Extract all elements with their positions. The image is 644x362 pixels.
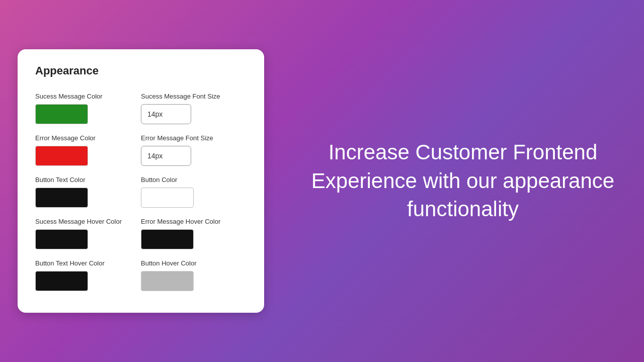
setting-group-success-font: Sucess Message Font Size: [141, 88, 247, 128]
setting-group-button-color: Button Color: [141, 172, 247, 212]
error-hover-label: Error Message Hover Color: [141, 218, 247, 225]
setting-group-button-text-hover: Button Text Hover Color: [35, 255, 141, 295]
error-font-label: Error Message Font Size: [141, 134, 247, 142]
error-hover-swatch[interactable]: [141, 229, 194, 249]
setting-group-error-hover: Error Message Hover Color: [141, 214, 247, 253]
setting-group-button-text-color: Button Text Color: [35, 172, 141, 212]
success-hover-swatch[interactable]: [35, 229, 88, 249]
setting-group-error-color: Error Message Color: [35, 130, 141, 170]
success-font-size-input[interactable]: [141, 104, 191, 124]
button-text-hover-swatch[interactable]: [35, 271, 88, 291]
error-color-swatch[interactable]: [35, 146, 88, 166]
button-hover-swatch[interactable]: [141, 271, 194, 291]
success-color-label: Sucess Message Color: [35, 93, 141, 100]
button-color-label: Button Color: [141, 176, 247, 184]
settings-grid: Sucess Message Color Sucess Message Font…: [35, 88, 247, 295]
card-title: Appearance: [35, 64, 247, 77]
promo-text: Increase Customer Frontend Experience wi…: [311, 138, 614, 224]
left-panel: Appearance Sucess Message Color Sucess M…: [0, 0, 282, 362]
error-font-size-input[interactable]: [141, 146, 191, 166]
setting-group-error-font: Error Message Font Size: [141, 130, 247, 170]
setting-group-button-hover: Button Hover Color: [141, 255, 247, 295]
promo-line1: Increase Customer Frontend: [329, 140, 598, 164]
button-hover-label: Button Hover Color: [141, 259, 247, 267]
button-text-color-label: Button Text Color: [35, 176, 141, 184]
appearance-card: Appearance Sucess Message Color Sucess M…: [18, 49, 264, 313]
success-color-swatch[interactable]: [35, 104, 88, 124]
setting-group-success-hover: Sucess Message Hover Color: [35, 214, 141, 253]
button-color-swatch[interactable]: [141, 188, 194, 208]
error-color-label: Error Message Color: [35, 134, 141, 142]
button-text-color-swatch[interactable]: [35, 188, 88, 208]
right-panel: Increase Customer Frontend Experience wi…: [282, 118, 644, 244]
button-text-hover-label: Button Text Hover Color: [35, 259, 141, 267]
promo-line2: Experience with our appearance: [311, 169, 614, 193]
promo-line3: functionality: [407, 197, 519, 221]
success-font-label: Sucess Message Font Size: [141, 93, 247, 100]
setting-group-success-color: Sucess Message Color: [35, 88, 141, 128]
success-hover-label: Sucess Message Hover Color: [35, 218, 141, 225]
